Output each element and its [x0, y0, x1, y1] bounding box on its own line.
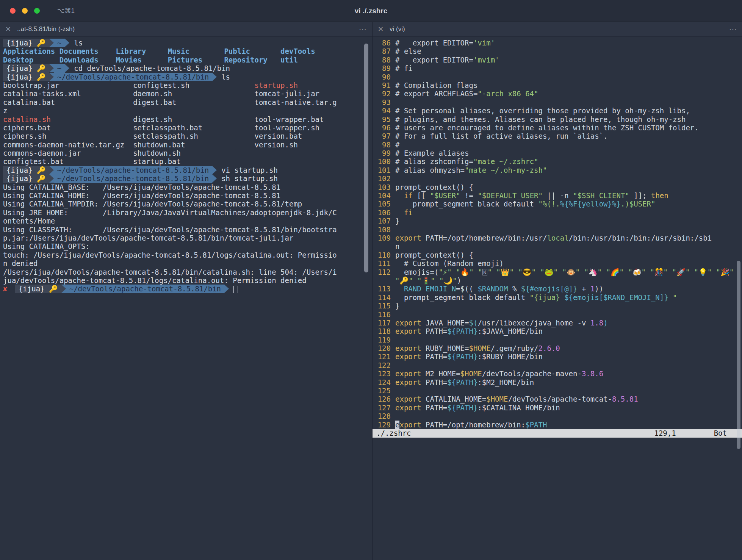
terminal-line: Using CATALINA_OPTS: [3, 242, 372, 250]
terminal-line: n denied [3, 259, 372, 267]
vim-line: 118export PATH=${PATH}:$JAVA_HOME/bin [376, 327, 742, 335]
close-pane-icon[interactable]: ✕ [373, 25, 384, 33]
prompt-path-segment: ~/devTools/apache-tomcat-8.5.81/bin [54, 73, 212, 81]
vim-line: 113 RAND_EMOJI_N=$(( $RANDOM % ${#emojis… [376, 285, 742, 293]
vim-line: 88# export EDITOR='mvim' [376, 56, 742, 64]
vim-line-text: # Set personal aliases, overriding those… [395, 106, 690, 115]
minimize-window-button[interactable] [22, 8, 28, 14]
vim-line-text: # Compilation flags [395, 81, 477, 89]
powerline-arrow-icon [224, 285, 229, 293]
line-number: 120 [376, 344, 395, 352]
powerline-arrow-icon [49, 73, 54, 81]
prompt-path-segment: ~ [54, 39, 65, 47]
close-window-button[interactable] [10, 8, 16, 14]
vim-line: n [376, 242, 742, 250]
vim-status-ruler: 129,1 [654, 429, 676, 437]
vim-line: 102 [376, 174, 742, 183]
terminal-line: /Users/ijua/devTools/apache-tomcat-8.5.8… [3, 268, 372, 276]
left-pane-scrollbar-thumb[interactable] [364, 44, 368, 272]
terminal-line: catalina-tasks.xml daemon.sh tomcat-juli… [3, 89, 372, 98]
vim-line-text: export CATALINA_HOME=$HOME/devTools/apac… [395, 395, 638, 403]
line-number: 127 [376, 404, 395, 412]
terminal-line: Desktop Downloads Movies Pictures Reposi… [3, 56, 372, 64]
key-emoji: 🔑 [37, 64, 46, 72]
line-number: 117 [376, 319, 395, 327]
vim-line: 123export M2_HOME=$HOME/devTools/apache-… [376, 369, 742, 378]
vim-line-text: # export ARCHFLAGS="-arch x86_64" [395, 89, 538, 98]
vim-line: "🔑" "🚦" "🌙") [376, 276, 742, 285]
line-number: 118 [376, 327, 395, 335]
vim-line-text: # users are encouraged to define aliases… [395, 124, 699, 132]
vim-editor[interactable]: 86# export EDITOR='vim'87# else88# expor… [373, 37, 742, 429]
command-text: ls [221, 73, 230, 81]
line-number [376, 242, 395, 250]
vim-line-text: # plugins, and themes. Aliases can be pl… [395, 115, 686, 124]
vim-line: 106 fi [376, 208, 742, 217]
line-number: 108 [376, 225, 395, 234]
close-pane-icon[interactable]: ✕ [0, 25, 11, 33]
terminal-line: Using JRE_HOME: /Library/Java/JavaVirtua… [3, 208, 372, 217]
terminal-line: catalina.sh digest.sh tool-wrapper.bat [3, 115, 372, 124]
terminal-window: ⌥⌘1 vi ./.zshrc ✕ ..at-8.5.81/bin (-zsh)… [0, 0, 742, 560]
line-number: 104 [376, 191, 395, 200]
vim-line-text: export PATH=/opt/homebrew/bin:/usr/local… [395, 234, 712, 242]
pane-menu-icon[interactable]: ⋯ [359, 25, 372, 34]
prompt-path-segment: ~/devTools/apache-tomcat-8.5.81/bin [66, 285, 224, 293]
terminal-line: touch: /Users/ijua/devTools/apache-tomca… [3, 251, 372, 259]
line-number: 116 [376, 310, 395, 319]
vim-line: 116 [376, 310, 742, 319]
vim-line: 121export PATH=${PATH}:$RUBY_HOME/bin [376, 352, 742, 361]
terminal-output[interactable]: {ijua} 🔑~lsApplications Documents Librar… [0, 37, 372, 293]
vim-line-text: # export EDITOR='mvim' [395, 56, 499, 64]
vim-line-text: # Custom (Random emoji) [395, 259, 504, 267]
vim-line: 124export PATH=${PATH}:$M2_HOME/bin [376, 378, 742, 386]
vim-line: 119 [376, 336, 742, 344]
line-number: 89 [376, 64, 395, 72]
line-number: 107 [376, 217, 395, 225]
zoom-window-button[interactable] [34, 8, 40, 14]
prompt-user-segment: {ijua} 🔑 [3, 73, 49, 81]
line-number: 86 [376, 39, 395, 47]
left-pane-title: ..at-8.5.81/bin (-zsh) [17, 25, 75, 33]
line-number: 100 [376, 157, 395, 166]
vim-line: 115} [376, 302, 742, 310]
line-number: 88 [376, 56, 395, 64]
right-pane-title: vi (vi) [390, 25, 405, 33]
vim-line-text: # fi [395, 64, 413, 72]
vim-line-text: prompt_context() { [395, 183, 473, 191]
prompt-user-segment: {ijua} 🔑 [3, 174, 49, 183]
line-number: 125 [376, 386, 395, 395]
key-emoji: 🔑 [37, 174, 46, 183]
vim-line-text: emojis=("⚡" "🔥" "K" "👑" "😎" "🐸" "🐵" "🦄" … [395, 268, 734, 276]
vim-line-text: if [[ "$USER" != "$DEFAULT_USER" || -n "… [395, 191, 668, 200]
prompt-user-segment: {ijua} 🔑 [3, 64, 49, 72]
vim-line: 109export PATH=/opt/homebrew/bin:/usr/lo… [376, 234, 742, 242]
line-number: 99 [376, 149, 395, 157]
vim-line: 94# Set personal aliases, overriding tho… [376, 106, 742, 115]
vim-line-text: } [395, 217, 399, 225]
line-number: 103 [376, 183, 395, 191]
terminal-line: commons-daemon-native.tar.gz shutdown.ba… [3, 141, 372, 149]
line-number: 115 [376, 302, 395, 310]
line-number: 94 [376, 106, 395, 115]
vim-line: 112 emojis=("⚡" "🔥" "K" "👑" "😎" "🐸" "🐵" … [376, 268, 742, 276]
vim-line: 117export JAVA_HOME=$(/usr/libexec/java_… [376, 319, 742, 327]
line-number: 111 [376, 259, 395, 267]
line-number: 126 [376, 395, 395, 403]
vim-line-text: export PATH=${PATH}:$M2_HOME/bin [395, 378, 534, 386]
line-number: 114 [376, 293, 395, 302]
line-number: 121 [376, 352, 395, 361]
line-number: 96 [376, 124, 395, 132]
terminal-line: configtest.bat startup.bat [3, 157, 372, 166]
pane-menu-icon[interactable]: ⋯ [729, 25, 742, 34]
terminal-line: commons-daemon.jar shutdown.sh [3, 149, 372, 157]
vim-status-bar: ./.zshrc 129,1 Bot [373, 429, 742, 438]
line-number: 124 [376, 378, 395, 386]
powerline-arrow-icon [49, 39, 54, 47]
window-scrollbar-thumb[interactable] [737, 261, 740, 449]
line-number: 95 [376, 115, 395, 124]
vim-line: 98# [376, 141, 742, 149]
vim-line: 111 # Custom (Random emoji) [376, 259, 742, 267]
vim-line: 126export CATALINA_HOME=$HOME/devTools/a… [376, 395, 742, 403]
key-emoji: 🔑 [49, 285, 58, 293]
